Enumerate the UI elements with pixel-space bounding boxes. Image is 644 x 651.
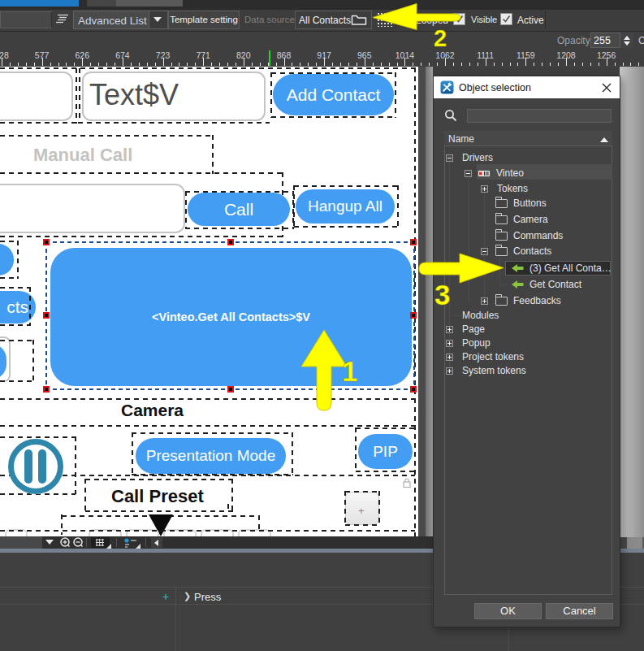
svg-text:3: 3 bbox=[434, 279, 450, 309]
svg-text:1: 1 bbox=[342, 355, 357, 387]
svg-text:2: 2 bbox=[434, 25, 447, 50]
